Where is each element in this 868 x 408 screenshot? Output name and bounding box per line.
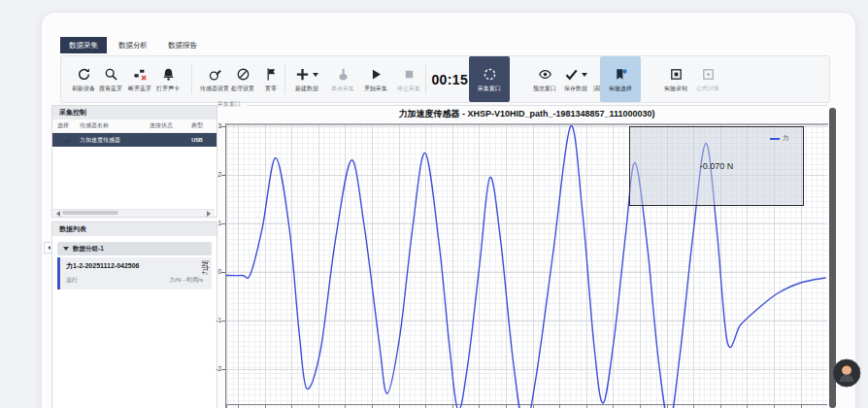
toolbar-button-label: 预览窗口: [533, 85, 556, 93]
toolbar-button-zero-set[interactable]: 置零: [253, 59, 288, 99]
toolbar-button-open-soundcard[interactable]: 打开声卡: [150, 59, 185, 99]
sensor-name: 力加速度传感器: [80, 136, 140, 145]
data-item-title: 力1-2-20251112-042506: [66, 261, 140, 271]
chart-title: 力加速度传感器 - XHSP-V10HID_path_-1981348857_1…: [226, 108, 827, 120]
panel-title: 采集控制: [52, 106, 217, 119]
divider: [247, 105, 827, 106]
toolbar-button-label: 刷新设备: [72, 85, 95, 93]
toolbar: 00:15:54 刷新设备搜索蓝牙断开蓝牙打开声卡传感器设置处理设置置零新建数据…: [60, 55, 830, 103]
toolbar-button-preview-window[interactable]: 预览窗口: [527, 59, 562, 99]
data-group-label: 数据分组-1: [73, 245, 104, 254]
toolbar-button-label: 搜索蓝牙: [99, 85, 122, 93]
exp-select-icon: [614, 67, 628, 82]
toolbar-button-collect-window[interactable]: 采集窗口: [469, 56, 510, 102]
tab-data-analysis[interactable]: 数据分析: [110, 37, 156, 53]
caret-down-icon[interactable]: [313, 73, 318, 80]
toolbar-button-label: 置零: [265, 85, 277, 93]
data-list-panel: 数据列表 数据分组-1 力1-2-20251112-042506 运行 力/N－…: [51, 221, 217, 408]
toolbar-button-label: 公式计算: [696, 85, 719, 93]
hand-icon: [336, 67, 351, 82]
legend-line-swatch: [770, 138, 780, 140]
col-select: 选择: [52, 121, 80, 130]
assistant-avatar[interactable]: [832, 358, 861, 388]
panel-title: 数据列表: [52, 222, 217, 236]
exp-record-icon: [669, 67, 684, 82]
check-icon: [64, 137, 70, 143]
sensor-table-row[interactable]: 力加速度传感器 USB: [52, 133, 217, 147]
data-item-axes: 力/N－时间/s: [169, 276, 203, 285]
toolbar-button-label: 单点采集: [331, 85, 354, 93]
toolbar-button-label: 断开蓝牙: [128, 85, 151, 93]
data-group-row[interactable]: 数据分组-1: [57, 242, 212, 255]
dash-circle-icon: [483, 67, 497, 82]
data-item-status: 运行: [66, 276, 78, 285]
y-tick-label: 2: [202, 170, 221, 180]
collect-control-panel: 采集控制 选择 传感器名称 连接状态 类型 力加速度传感器 USB: [51, 105, 217, 218]
app-window: 数据采集 数据分析 数据报告 00:15:54 刷新设备搜索蓝牙断开蓝牙打开声卡…: [0, 0, 868, 408]
chevron-down-icon: [63, 247, 69, 254]
scrollbar-thumb[interactable]: [62, 211, 118, 215]
y-tick-label: -1: [202, 316, 221, 325]
tab-label: 数据采集: [69, 41, 98, 51]
refresh-icon: [77, 67, 91, 82]
toolbar-button-stop-collect[interactable]: 停止采集: [391, 59, 426, 99]
toolbar-button-label: 实验选择: [609, 85, 632, 93]
y-tick-label: 1: [202, 219, 221, 228]
horizontal-scrollbar[interactable]: [52, 209, 215, 217]
bell-icon: [161, 67, 176, 82]
toolbar-button-label: 新建数据: [295, 85, 318, 93]
data-list-item[interactable]: 力1-2-20251112-042506 运行 力/N－时间/s: [57, 257, 212, 289]
tab-label: 数据报告: [168, 41, 197, 51]
stop-icon: [402, 67, 417, 82]
play-icon: [369, 67, 384, 82]
toolbar-button-label: 处理设置: [231, 85, 254, 93]
y-tick-label: 3: [202, 121, 221, 131]
plus-icon: [295, 67, 310, 82]
toolbar-button-label: 开始采集: [364, 85, 387, 93]
search-icon: [104, 67, 118, 82]
col-sensor-name: 传感器名称: [80, 121, 140, 130]
chart-legend: 力: [770, 134, 789, 143]
tab-data-report[interactable]: 数据报告: [159, 37, 206, 53]
check-icon: [564, 67, 579, 82]
flag-icon: [264, 67, 279, 82]
gauge-icon: [236, 67, 250, 82]
toolbar-button-new-data[interactable]: 新建数据: [289, 59, 324, 99]
scroll-right-icon[interactable]: [207, 211, 214, 217]
formula-icon: [701, 67, 716, 82]
chevron-left-icon: [46, 246, 50, 250]
scroll-left-icon[interactable]: [53, 211, 60, 217]
toolbar-button-single-point-collect[interactable]: 单点采集: [325, 59, 360, 99]
toolbar-button-formula-calc[interactable]: 公式计算: [690, 59, 725, 99]
toolbar-button-label: 停止采集: [397, 85, 420, 93]
toolbar-button-label: 保存数据: [564, 85, 587, 93]
legend-label: 力: [783, 134, 789, 143]
sensor-pen-icon: [208, 67, 222, 82]
y-axis-label: 力[N]: [201, 260, 210, 275]
toolbar-button-experiment-select[interactable]: 实验选择: [600, 56, 641, 102]
toolbar-button-experiment-record[interactable]: 实验录制: [658, 59, 693, 99]
toolbar-button-label: 打开声卡: [156, 85, 180, 93]
y-tick-label: -2: [202, 364, 221, 374]
tab-label: 数据分析: [118, 41, 148, 51]
col-connect-status: 连接状态: [140, 121, 183, 130]
toolbar-button-start-collect[interactable]: 开始采集: [358, 59, 393, 99]
eye-icon: [538, 67, 552, 82]
toolbar-button-label: 实验录制: [664, 85, 687, 93]
tab-data-collect[interactable]: 数据采集: [60, 37, 107, 53]
toolbar-separator: [191, 64, 192, 94]
sensor-table-header: 选择 传感器名称 连接状态 类型: [52, 119, 217, 133]
selection-annotation: -0.070 N: [700, 161, 734, 171]
sensor-type: USB: [183, 137, 212, 143]
main-tabs: 数据采集 数据分析 数据报告: [60, 37, 206, 53]
bt-disconnect-icon: [133, 67, 148, 82]
toolbar-button-label: 采集窗口: [478, 85, 501, 93]
